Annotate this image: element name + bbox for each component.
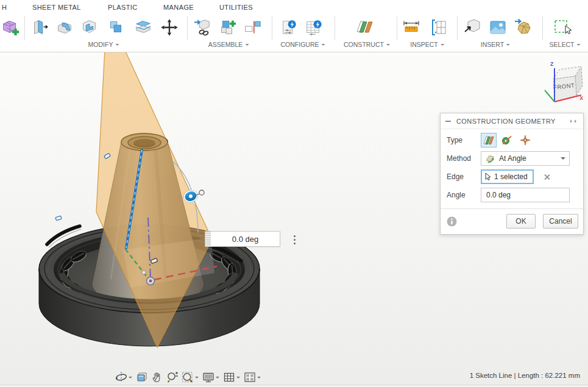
floating-angle-input-box	[205, 231, 280, 247]
chevron-down-icon	[386, 44, 390, 48]
zoom-button[interactable]	[165, 369, 180, 385]
viewcube[interactable]: FRONT Z X	[529, 57, 586, 110]
orbit-button[interactable]	[113, 369, 129, 385]
group-assemble[interactable]: ASSEMBLE	[208, 41, 249, 48]
look-at-button[interactable]	[134, 369, 149, 385]
x-axis-label: X	[579, 95, 583, 101]
method-dropdown[interactable]: At Angle	[481, 151, 570, 166]
group-select[interactable]: SELECT	[550, 41, 581, 48]
group-inspect[interactable]: INSPECT	[410, 41, 444, 48]
bend-icon	[55, 18, 74, 37]
viewcube-graphic: FRONT Z X	[529, 57, 586, 110]
pan-hand-icon	[151, 371, 164, 384]
pan-button[interactable]	[149, 369, 165, 385]
configure-feature-icon	[279, 18, 299, 37]
construction-geometry-dialog: CONSTRUCTION GEOMETRY Type	[440, 113, 584, 235]
viewports-options-caret[interactable]	[257, 377, 261, 380]
type-axis-button[interactable]	[499, 133, 515, 147]
angle-label: Angle	[447, 191, 481, 199]
construct-plane-button[interactable]	[353, 16, 375, 39]
dialog-footer: OK Cancel	[441, 208, 583, 234]
group-configure[interactable]: CONFIGURE	[281, 41, 325, 48]
chevron-down-icon	[245, 44, 249, 48]
angle-value-input[interactable]	[211, 232, 280, 246]
look-at-icon	[135, 371, 149, 384]
insert-canvas-button[interactable]	[487, 16, 509, 39]
ribbon-toolbar: H SHEET METAL PLASTIC MANAGE UTILITIES	[0, 0, 588, 52]
chevron-down-icon	[561, 157, 565, 162]
select-button[interactable]	[551, 16, 573, 39]
drag-handle[interactable]	[205, 232, 211, 246]
dock-chevrons-icon[interactable]	[570, 119, 578, 123]
edge-selection-chip[interactable]: 1 selected	[481, 169, 534, 184]
display-settings-button[interactable]	[200, 369, 216, 385]
dialog-header[interactable]: CONSTRUCTION GEOMETRY	[441, 113, 583, 129]
derive-icon	[193, 18, 212, 37]
tab-utilities[interactable]: UTILITIES	[219, 2, 253, 12]
construct-plane-icon	[354, 17, 375, 38]
combine-button[interactable]	[105, 16, 127, 39]
derive-button[interactable]	[191, 16, 213, 39]
grid-options-caret[interactable]	[236, 377, 240, 380]
combine-icon	[106, 18, 126, 37]
cancel-button[interactable]: Cancel	[543, 214, 578, 229]
ok-button[interactable]: OK	[506, 214, 536, 229]
group-construct[interactable]: CONSTRUCT	[344, 41, 390, 48]
viewports-icon	[243, 371, 257, 384]
origin-point[interactable]	[147, 277, 155, 285]
insert-derive-button[interactable]	[461, 16, 483, 39]
display-settings-icon	[202, 371, 215, 384]
grid-snap-button[interactable]	[221, 369, 236, 385]
display-options-caret[interactable]	[216, 377, 219, 380]
plane-type-icon	[483, 135, 495, 146]
split-body-icon	[133, 18, 153, 37]
new-component-button[interactable]	[216, 16, 238, 39]
zoom-window-button[interactable]	[180, 369, 195, 385]
convert-button[interactable]	[78, 16, 100, 39]
configure-feature-button[interactable]	[278, 16, 300, 39]
move-copy-button[interactable]	[158, 16, 180, 39]
clear-selection-icon[interactable]	[544, 174, 550, 180]
group-modify[interactable]: MODIFY	[88, 41, 119, 48]
more-options-button[interactable]	[289, 233, 299, 246]
dialog-angle-input[interactable]	[481, 188, 570, 202]
type-label: Type	[447, 136, 481, 144]
tab-sheet-metal[interactable]: SHEET METAL	[32, 2, 81, 12]
move-icon	[160, 18, 179, 37]
flange-button[interactable]	[29, 16, 51, 39]
method-row: Method At Angle	[441, 151, 583, 166]
insert-mesh-button[interactable]	[512, 16, 534, 39]
cursor-icon	[484, 172, 492, 181]
zoom-options-caret[interactable]	[195, 377, 199, 380]
orbit-icon	[115, 371, 128, 384]
create-mesh-button[interactable]	[0, 16, 22, 39]
orbit-options-caret[interactable]	[129, 377, 132, 380]
new-component-icon	[218, 18, 237, 37]
chevron-down-icon	[322, 44, 325, 48]
convert-icon	[79, 18, 99, 37]
dialog-title: CONSTRUCTION GEOMETRY	[456, 118, 570, 125]
selection-status-text: 1 Sketch Line | Length : 62.221 mm	[470, 372, 580, 379]
configure-table-button[interactable]	[303, 16, 325, 39]
viewports-button[interactable]	[242, 369, 257, 385]
measure-button[interactable]	[400, 16, 422, 39]
chevron-down-icon	[506, 44, 510, 48]
bend-button[interactable]	[54, 16, 76, 39]
split-body-button[interactable]	[132, 16, 154, 39]
type-plane-button[interactable]	[481, 133, 497, 147]
info-icon[interactable]	[447, 216, 457, 227]
type-point-button[interactable]	[517, 133, 533, 147]
grid-icon	[222, 371, 236, 384]
tab-plastic[interactable]: PLASTIC	[108, 2, 138, 12]
method-label: Method	[447, 154, 481, 163]
modeling-viewport[interactable]: FRONT Z X CONSTRUCTION GEOMETRY Type	[0, 52, 588, 385]
type-row: Type	[441, 133, 583, 147]
collapse-icon[interactable]	[445, 121, 451, 122]
section-analysis-button[interactable]	[428, 16, 450, 39]
tab-manage[interactable]: MANAGE	[163, 2, 194, 12]
joint-button[interactable]	[241, 16, 263, 39]
tab-mesh-partial[interactable]: H	[2, 2, 7, 12]
flange-icon	[30, 18, 50, 37]
chevron-down-icon	[115, 44, 119, 48]
group-insert[interactable]: INSERT	[481, 41, 510, 48]
